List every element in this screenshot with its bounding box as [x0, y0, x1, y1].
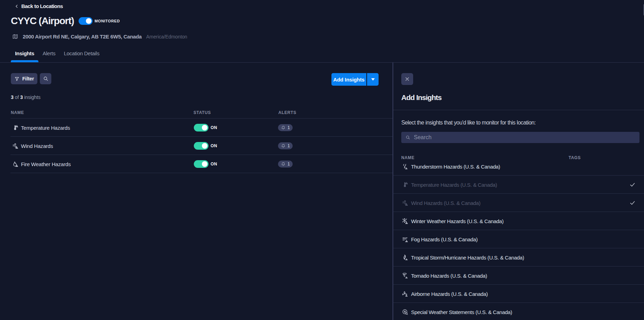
page-title: CYYC (Airport) [11, 15, 74, 27]
monitored-toggle[interactable] [79, 17, 93, 25]
toggle-knob [86, 18, 92, 24]
panel-row-special-weather-statements[interactable]: Special Weather Statements (U.S. & Canad… [393, 303, 644, 320]
tab-location-details[interactable]: Location Details [60, 49, 104, 62]
count-total: 3 [20, 94, 23, 100]
status-toggle[interactable] [194, 160, 208, 168]
bell-icon [281, 125, 286, 130]
tropical-storm-hurricane-hazards-icon [402, 254, 408, 261]
search-icon [43, 76, 49, 81]
panel-insight-name: Tornado Hazards (U.S. & Canada) [411, 272, 487, 278]
count-of: of [15, 94, 19, 100]
back-to-locations-link[interactable]: Back to Locations [15, 3, 63, 9]
temperature-hazards-icon [12, 125, 19, 131]
add-insights-dropdown-button[interactable] [367, 73, 379, 86]
insight-name: Temperature Hazards [21, 125, 70, 130]
winter-weather-hazards-icon [402, 218, 408, 224]
panel-row-tropical-storm-hurricane-hazards[interactable]: Tropical Storm/Hurricane Hazards (U.S. &… [393, 248, 644, 266]
tab-alerts[interactable]: Alerts [38, 49, 60, 62]
map-icon [12, 34, 18, 40]
panel-insight-name: Fog Hazards (U.S. & Canada) [411, 236, 478, 242]
status-label: ON [211, 143, 217, 148]
address-row: 2000 Airport Rd NE, Calgary, AB T2E 6W5,… [12, 34, 187, 40]
header-divider [0, 62, 644, 63]
panel-row-thunderstorm-hazards[interactable]: Thunderstorm Hazards (U.S. & Canada) [393, 157, 644, 176]
wind-hazards-icon [402, 200, 408, 206]
close-icon [405, 77, 410, 81]
monitored-label: MONITORED [95, 19, 120, 23]
panel-insight-name: Airborne Hazards (U.S. & Canada) [411, 291, 488, 297]
toggle-knob [202, 125, 207, 130]
chevron-left-icon [15, 4, 19, 8]
insight-name: Wind Hazards [21, 143, 53, 149]
panel-insight-name: Tropical Storm/Hurricane Hazards (U.S. &… [411, 254, 524, 260]
location-address: 2000 Airport Rd NE, Calgary, AB T2E 6W5,… [23, 34, 142, 40]
thunderstorm-hazards-icon [402, 163, 408, 170]
bell-icon [281, 143, 286, 148]
panel-row-winter-weather-hazards[interactable]: Winter Weather Hazards (U.S. & Canada) [393, 212, 644, 230]
count-suffix: insights [24, 94, 41, 100]
column-header-status: STATUS [193, 110, 211, 115]
panel-insight-name: Wind Hazards (U.S. & Canada) [411, 200, 481, 206]
filter-button[interactable]: Filter [11, 73, 37, 84]
tab-label: Insights [15, 50, 34, 56]
status-toggle[interactable] [194, 124, 208, 131]
check-icon [629, 200, 636, 206]
panel-title: Add Insights [401, 93, 441, 102]
panel-row-tornado-hazards[interactable]: Tornado Hazards (U.S. & Canada) [393, 266, 644, 285]
alerts-badge[interactable]: 1 [278, 142, 293, 149]
panel-insight-name: Temperature Hazards (U.S. & Canada) [411, 182, 497, 187]
panel-insight-name: Special Weather Statements (U.S. & Canad… [411, 309, 512, 315]
panel-search-input[interactable] [414, 134, 635, 141]
fog-hazards-icon [402, 236, 408, 242]
count-shown: 3 [11, 94, 14, 100]
alerts-count: 1 [287, 143, 290, 148]
alerts-badge[interactable]: 1 [278, 124, 293, 131]
caret-down-icon [371, 78, 375, 81]
panel-divider [393, 110, 644, 110]
column-header-name: NAME [11, 110, 24, 115]
column-header-alerts: ALERTS [278, 110, 297, 115]
add-insights-split-button: Add Insights [331, 73, 379, 86]
panel-search-field[interactable] [401, 132, 639, 143]
insight-row-temperature-hazards[interactable]: Temperature Hazards ON 1 [10, 119, 393, 137]
panel-row-wind-hazards: Wind Hazards (U.S. & Canada) [393, 194, 644, 212]
filter-icon [14, 76, 20, 81]
close-panel-button[interactable] [401, 73, 413, 85]
airborne-hazards-icon [402, 291, 408, 297]
insight-row-wind-hazards[interactable]: Wind Hazards ON 1 [10, 137, 393, 155]
tab-label: Location Details [64, 50, 100, 56]
location-timezone: America/Edmonton [146, 34, 187, 40]
search-button[interactable] [40, 73, 51, 84]
toggle-knob [202, 161, 207, 167]
alerts-count: 1 [287, 125, 290, 130]
panel-row-fog-hazards[interactable]: Fog Hazards (U.S. & Canada) [393, 230, 644, 248]
alerts-badge[interactable]: 1 [278, 161, 293, 168]
special-weather-statements-icon [402, 309, 408, 315]
back-link-label: Back to Locations [21, 3, 63, 9]
tab-bar: Insights Alerts Location Details [11, 49, 104, 62]
tornado-hazards-icon [402, 272, 408, 279]
panel-row-temperature-hazards: Temperature Hazards (U.S. & Canada) [393, 176, 644, 194]
insight-name: Fire Weather Hazards [21, 161, 71, 167]
insight-row-fire-weather-hazards[interactable]: Fire Weather Hazards ON 1 [10, 155, 393, 173]
fire-weather-hazards-icon [12, 161, 19, 167]
status-label: ON [211, 162, 217, 166]
panel-insight-name: Thunderstorm Hazards (U.S. & Canada) [411, 163, 500, 169]
alerts-count: 1 [287, 162, 290, 166]
temperature-hazards-icon [402, 182, 408, 188]
panel-description: Select the insights that you'd like to m… [401, 120, 536, 126]
panel-row-airborne-hazards[interactable]: Airborne Hazards (U.S. & Canada) [393, 285, 644, 303]
check-icon [629, 182, 636, 188]
wind-hazards-icon [12, 143, 19, 149]
toggle-knob [202, 143, 207, 149]
title-row: CYYC (Airport) MONITORED [11, 15, 120, 27]
insights-count: 3 of 3 insights [11, 94, 41, 100]
add-insights-button[interactable]: Add Insights [331, 73, 366, 86]
status-label: ON [211, 125, 217, 130]
status-toggle[interactable] [194, 142, 208, 150]
filter-button-label: Filter [22, 76, 34, 81]
tab-label: Alerts [43, 50, 56, 56]
search-icon [405, 135, 410, 140]
tab-insights[interactable]: Insights [11, 49, 38, 62]
panel-insight-name: Winter Weather Hazards (U.S. & Canada) [411, 218, 504, 224]
